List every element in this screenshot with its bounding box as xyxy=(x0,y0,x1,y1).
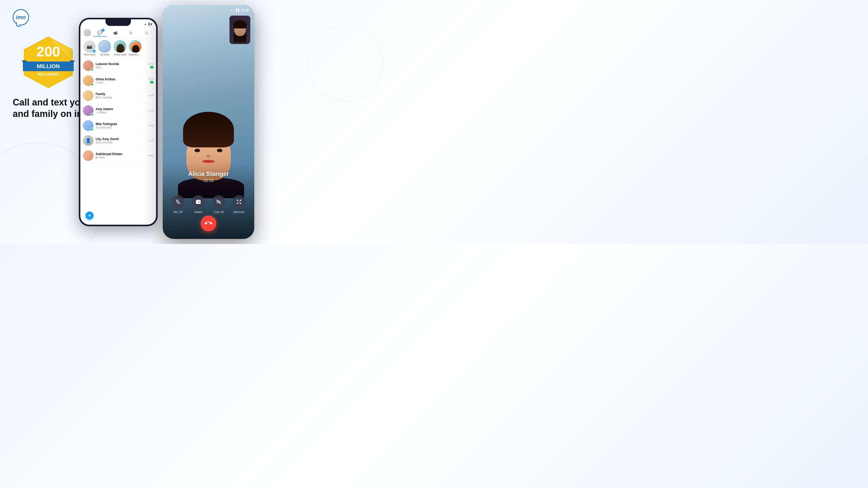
online-indicator xyxy=(91,128,94,131)
chat-item-sukhbirpal[interactable]: Sukhbirpal Dhalan ▶ Video 08:04 xyxy=(80,148,156,163)
story-add-label: Add a Story xyxy=(83,53,95,56)
switch-label: Switch xyxy=(194,210,203,214)
chat-name: Lubomír Dvořák xyxy=(96,62,146,66)
phone2-device: ▲ ▐▐ 12:30 Alicia Stanger 00:24 xyxy=(163,5,254,239)
chat-preview: Mom: morning xyxy=(96,96,146,99)
logo: imo xyxy=(13,9,29,25)
wifi-icon2: ▲ xyxy=(230,8,234,12)
self-camera-preview xyxy=(229,15,251,44)
phone1-notch xyxy=(105,19,131,26)
chat-info-amy: Amy Adams ☺ Sticker xyxy=(96,107,146,114)
wifi-icon: ▲ xyxy=(144,23,147,25)
chat-name: Amy Adams xyxy=(96,107,146,111)
chat-meta: 18:10 xyxy=(148,94,154,97)
logo-bubble: imo xyxy=(13,9,29,25)
chat-preview: ♪ Audio xyxy=(96,82,146,84)
user-count-badge: MILLION 200 IMO USERS xyxy=(20,36,76,89)
tab-grid[interactable]: ⊞ xyxy=(124,30,137,36)
phone1-navbar: 💬 4 📹 ⊞ ⊡ xyxy=(80,28,156,38)
chat-item-olivia[interactable]: Olivia Arribas ♪ Audio 19:34 2 xyxy=(80,73,156,88)
cam-off-button[interactable]: Cam off xyxy=(212,195,225,214)
chat-item-family[interactable]: Family Mom: morning 18:10 xyxy=(80,88,156,103)
chat-meta: 08:04 xyxy=(148,154,154,157)
call-controls: Mic Off Switch Cam of xyxy=(163,195,254,214)
chat-preview: ▶ Video xyxy=(96,156,146,159)
story-jordan[interactable]: Jordan Ntolo xyxy=(114,40,127,56)
mic-off-label: Mic Off xyxy=(174,210,183,214)
tab-chat[interactable]: 💬 4 xyxy=(93,29,106,37)
chat-badge: 4 xyxy=(101,29,104,32)
signal-icon: ▐ xyxy=(148,23,150,25)
mic-off-button[interactable]: Mic Off xyxy=(172,195,185,214)
chat-meta: 12:15 xyxy=(148,139,154,142)
chat-name: Family xyxy=(96,92,146,96)
logo-text: imo xyxy=(16,14,26,21)
stories-row: 📷 + Add a Story My Story xyxy=(80,38,156,58)
phone1-device: ▲ ▐ ▮ 💬 4 📹 ⊞ ⊡ xyxy=(79,18,158,226)
fab-button[interactable]: + xyxy=(86,212,94,220)
online-indicator xyxy=(91,83,94,86)
chat-item-amy[interactable]: Amy Adams ☺ Sticker 17:36 xyxy=(80,103,156,118)
chat-name: Mbe Tshinguta xyxy=(96,122,146,126)
phone2-statusbar: ▲ ▐▐ 12:30 xyxy=(168,8,249,12)
tab-video[interactable]: 📹 xyxy=(108,30,122,36)
story-add[interactable]: 📷 + Add a Story xyxy=(83,40,96,56)
badge-million-label: MILLION xyxy=(37,63,60,69)
signal-icon2: ▐▐ xyxy=(235,8,239,12)
chat-info-mbe: Mbe Tshinguta I'm yours.mp3 xyxy=(96,122,146,129)
chat-info-family: Family Mom: morning xyxy=(96,92,146,99)
bg-decoration-circle3 xyxy=(307,25,383,102)
story-matthew-label: Matthew Lina xyxy=(129,53,142,56)
unread-badge: 2 xyxy=(150,66,154,69)
chat-info-sukhbirpal: Sukhbirpal Dhalan ▶ Video xyxy=(96,152,146,159)
chat-item-lubomir[interactable]: Lubomír Dvořák hello 20:42 2 xyxy=(80,58,156,73)
chat-list: Lubomír Dvořák hello 20:42 2 Olivia Arri… xyxy=(80,58,156,163)
chat-info-lily: Lily, Amy, David Amy: very nice xyxy=(96,137,146,144)
chat-name: Olivia Arribas xyxy=(96,77,146,81)
minimize-icon xyxy=(232,195,246,208)
story-matthew[interactable]: Matthew Lina xyxy=(129,40,142,56)
chat-preview: hello xyxy=(96,66,146,69)
chat-meta: 19:34 2 xyxy=(148,77,154,84)
chat-name: Sukhbirpal Dhalan xyxy=(96,152,146,156)
chat-meta: 16:48 xyxy=(148,124,154,127)
minimize-label: Minimize xyxy=(234,210,244,214)
badge-number: 200 xyxy=(23,43,74,60)
chat-preview: Amy: very nice xyxy=(96,141,146,144)
chat-name: Lily, Amy, David xyxy=(96,137,146,141)
story-mystory[interactable]: My Story xyxy=(98,40,111,56)
battery-icon: ▮ xyxy=(151,23,152,25)
badge-users-label: IMO USERS xyxy=(23,72,74,76)
call-duration: 00:24 xyxy=(163,178,254,183)
story-jordan-label: Jordan Ntolo xyxy=(114,53,126,56)
cam-off-icon xyxy=(212,195,225,208)
mic-off-icon xyxy=(172,195,185,208)
chat-item-lily[interactable]: 👤 Lily, Amy, David Amy: very nice 12:15 xyxy=(80,133,156,148)
user-avatar[interactable] xyxy=(83,29,91,37)
story-mystory-label: My Story xyxy=(100,53,109,56)
switch-icon xyxy=(192,195,205,208)
online-indicator xyxy=(91,68,94,71)
chat-info-lubomir: Lubomír Dvořák hello xyxy=(96,62,146,69)
chat-info-olivia: Olivia Arribas ♪ Audio xyxy=(96,77,146,84)
chat-meta: 20:42 2 xyxy=(148,63,154,69)
time-display: 12:30 xyxy=(241,8,249,12)
chat-preview: I'm yours.mp3 xyxy=(96,126,146,129)
phone2-screen: ▲ ▐▐ 12:30 Alicia Stanger 00:24 xyxy=(163,5,254,239)
end-call-button[interactable] xyxy=(200,216,216,231)
tab-more[interactable]: ⊡ xyxy=(140,30,153,36)
phone1-screen: ▲ ▐ ▮ 💬 4 📹 ⊞ ⊡ xyxy=(80,19,156,225)
caller-name: Alicia Stanger xyxy=(163,170,254,177)
switch-button[interactable]: Switch xyxy=(192,195,205,214)
add-story-icon: + xyxy=(92,49,96,53)
chat-preview: ☺ Sticker xyxy=(96,111,146,114)
minimize-button[interactable]: Minimize xyxy=(232,195,246,214)
online-indicator xyxy=(91,113,94,116)
cam-off-label: Cam off xyxy=(214,210,223,214)
chat-item-mbe[interactable]: Mbe Tshinguta I'm yours.mp3 16:48 xyxy=(80,118,156,133)
unread-badge: 2 xyxy=(150,81,154,84)
caller-info: Alicia Stanger 00:24 xyxy=(163,170,254,183)
chat-meta: 17:36 xyxy=(148,109,154,112)
